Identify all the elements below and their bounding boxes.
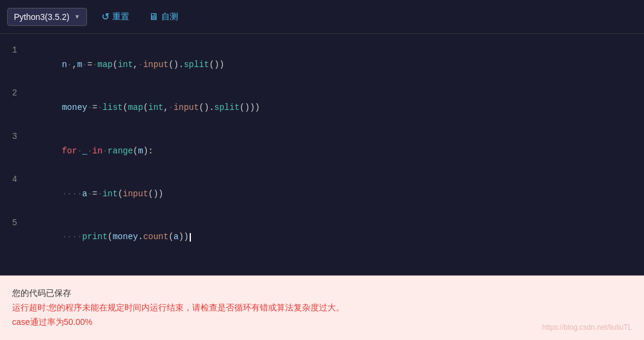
line-number-3: 3 [12,130,24,144]
line-number-2: 2 [12,86,24,101]
test-button[interactable]: 🖥 自测 [144,9,183,25]
code-line-5: 5 ····print(money.count(a)) [12,216,632,259]
monitor-icon: 🖥 [149,11,158,22]
status-panel: 您的代码已保存 运行超时:您的程序未能在规定时间内运行结束，请检查是否循环有错或… [0,275,644,340]
reset-icon: ↺ [101,11,109,22]
line-3-content: for·_·in·range(m): [31,130,153,173]
watermark-text: https://blog.csdn.net/liuliuTL [542,323,632,332]
line-number-4: 4 [12,173,24,187]
line-5-content: ····print(money.count(a)) [31,216,191,259]
code-line-4: 4 ····a·=·int(input()) [12,173,632,216]
python-version-selector[interactable]: Python3(3.5.2) ▼ [7,8,87,26]
status-case-text: case通过率为50.00% [12,317,632,328]
line-2-content: money·=·list(map(int,·input().split())) [31,86,260,129]
code-editor[interactable]: 1 n·,m·=·map(int,·input().split()) 2 mon… [0,34,644,275]
code-line-2: 2 money·=·list(map(int,·input().split())… [12,86,632,129]
test-label: 自测 [161,11,178,22]
status-error-text: 运行超时:您的程序未能在规定时间内运行结束，请检查是否循环有错或算法复杂度过大。 [12,303,632,313]
line-number-1: 1 [12,43,24,58]
code-line-3: 3 for·_·in·range(m): [12,130,632,173]
code-line-1: 1 n·,m·=·map(int,·input().split()) [12,43,632,86]
line-4-content: ····a·=·int(input()) [31,173,164,216]
reset-button[interactable]: ↺ 重置 [97,8,134,25]
line-number-5: 5 [12,216,24,231]
status-saved-text: 您的代码已保存 [12,288,632,299]
python-version-label: Python3(3.5.2) [14,12,69,22]
line-1-content: n·,m·=·map(int,·input().split()) [31,43,224,86]
toolbar: Python3(3.5.2) ▼ ↺ 重置 🖥 自测 [0,0,644,34]
reset-label: 重置 [112,11,129,22]
chevron-down-icon: ▼ [74,13,80,20]
